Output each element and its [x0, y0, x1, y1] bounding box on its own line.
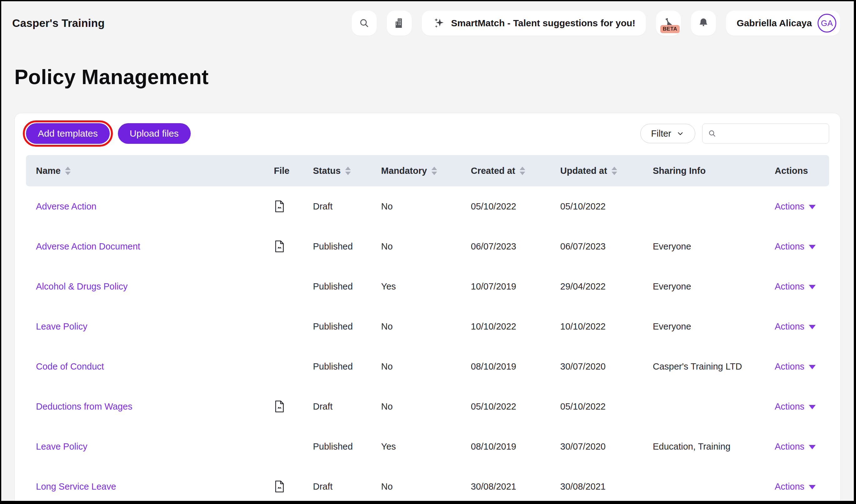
status-cell: Published [313, 241, 381, 252]
actions-dropdown[interactable]: Actions [775, 241, 816, 252]
column-header-file: File [274, 166, 313, 176]
updated-at-cell: 05/10/2022 [560, 401, 653, 412]
sharing-info-cell: Everyone [653, 282, 775, 292]
app-title: Casper's Training [12, 17, 105, 30]
filter-label: Filter [651, 128, 671, 139]
policy-name-link[interactable]: Code of Conduct [36, 361, 104, 372]
table-row: Alcohol & Drugs Policy Published Yes 10/… [26, 266, 829, 306]
caret-down-icon [809, 205, 816, 209]
column-header-status[interactable]: Status [313, 166, 381, 176]
policy-name-link[interactable]: Leave Policy [36, 442, 87, 451]
caret-down-icon [809, 285, 816, 289]
column-header-mandatory[interactable]: Mandatory [381, 166, 471, 176]
file-image-icon [274, 480, 285, 493]
sort-icon[interactable] [345, 167, 351, 175]
table-row: Code of Conduct Published No 08/10/2019 … [26, 346, 829, 386]
add-templates-button[interactable]: Add templates [26, 123, 110, 144]
policy-name-link[interactable]: Alcohol & Drugs Policy [36, 282, 128, 291]
policy-name-link[interactable]: Leave Policy [36, 321, 87, 331]
caret-down-icon [809, 325, 816, 329]
updated-at-cell: 30/07/2020 [560, 361, 653, 372]
status-cell: Published [313, 321, 381, 332]
created-at-cell: 08/10/2019 [471, 442, 560, 452]
actions-dropdown[interactable]: Actions [775, 482, 816, 492]
caret-down-icon [809, 485, 816, 489]
upload-files-button[interactable]: Upload files [118, 123, 191, 144]
sort-icon[interactable] [520, 167, 525, 175]
status-cell: Published [313, 361, 381, 372]
file-image-icon [274, 240, 285, 253]
sharing-info-cell: Everyone [653, 241, 775, 252]
created-at-cell: 05/10/2022 [471, 201, 560, 212]
sort-icon[interactable] [65, 167, 71, 175]
actions-dropdown[interactable]: Actions [775, 401, 816, 412]
mandatory-cell: Yes [381, 442, 471, 452]
sort-icon[interactable] [431, 167, 437, 175]
policy-name-link[interactable]: Long Service Leave [36, 482, 116, 491]
actions-dropdown[interactable]: Actions [775, 282, 816, 292]
search-icon [358, 17, 370, 29]
labs-button[interactable]: BETA [656, 11, 681, 36]
updated-at-cell: 06/07/2023 [560, 241, 653, 252]
table-row: Leave Policy Published No 10/10/2022 10/… [26, 306, 829, 346]
updated-at-cell: 30/08/2021 [560, 482, 653, 492]
file-image-icon [274, 200, 285, 213]
actions-dropdown[interactable]: Actions [775, 442, 816, 452]
sparkle-icon [432, 17, 446, 30]
column-header-sharing-info: Sharing Info [653, 166, 775, 176]
actions-dropdown[interactable]: Actions [775, 201, 816, 212]
column-header-name[interactable]: Name [26, 166, 274, 176]
table-row: Adverse Action Document Published No 06/… [26, 227, 829, 266]
bell-icon [697, 17, 709, 29]
mandatory-cell: No [381, 201, 471, 212]
column-header-updated-at[interactable]: Updated at [560, 166, 653, 176]
caret-down-icon [809, 445, 816, 449]
mandatory-cell: Yes [381, 282, 471, 292]
actions-dropdown[interactable]: Actions [775, 361, 816, 372]
smartmatch-label: SmartMatch - Talent suggestions for you! [451, 18, 636, 29]
file-image-icon [274, 400, 285, 413]
table-body: Adverse Action Draft No 05/10/2022 05/10… [26, 186, 829, 504]
chevron-down-icon [676, 129, 684, 138]
mandatory-cell: No [381, 401, 471, 412]
status-cell: Published [313, 282, 381, 292]
beta-badge: BETA [660, 25, 680, 33]
sharing-info-cell: Education, Training [653, 442, 775, 452]
created-at-cell: 30/08/2021 [471, 482, 560, 492]
updated-at-cell: 30/07/2020 [560, 442, 653, 452]
sharing-info-cell: Everyone [653, 321, 775, 332]
sharing-info-cell: Casper's Training LTD [653, 361, 775, 372]
filter-dropdown[interactable]: Filter [640, 124, 695, 143]
policy-name-link[interactable]: Adverse Action Document [36, 241, 140, 251]
notifications-button[interactable] [691, 11, 716, 36]
status-cell: Draft [313, 401, 381, 412]
mandatory-cell: No [381, 241, 471, 252]
policy-name-link[interactable]: Adverse Action [36, 201, 96, 211]
column-header-created-at[interactable]: Created at [471, 166, 560, 176]
user-menu[interactable]: Gabriella Alicaya GA [726, 11, 840, 36]
topbar-controls: SmartMatch - Talent suggestions for you!… [352, 11, 840, 36]
created-at-cell: 10/10/2022 [471, 321, 560, 332]
created-at-cell: 10/07/2019 [471, 282, 560, 292]
avatar: GA [818, 14, 836, 33]
status-cell: Draft [313, 201, 381, 212]
policy-name-link[interactable]: Deductions from Wages [36, 401, 132, 412]
search-input[interactable] [720, 124, 834, 143]
table-search [702, 124, 829, 144]
updated-at-cell: 05/10/2022 [560, 201, 653, 212]
mandatory-cell: No [381, 361, 471, 372]
building-icon [393, 17, 406, 30]
mandatory-cell: No [381, 482, 471, 492]
policies-table: Name File Status Mandatory Created at [26, 155, 829, 504]
caret-down-icon [809, 245, 816, 249]
table-row: Leave Policy Published Yes 08/10/2019 30… [26, 427, 829, 467]
search-icon [708, 129, 717, 138]
updated-at-cell: 29/04/2022 [560, 282, 653, 292]
organisation-button[interactable] [387, 11, 412, 36]
smartmatch-button[interactable]: SmartMatch - Talent suggestions for you! [422, 11, 646, 36]
actions-dropdown[interactable]: Actions [775, 321, 816, 332]
caret-down-icon [809, 405, 816, 409]
sort-icon[interactable] [611, 167, 617, 175]
search-button[interactable] [352, 11, 377, 36]
created-at-cell: 06/07/2023 [471, 241, 560, 252]
